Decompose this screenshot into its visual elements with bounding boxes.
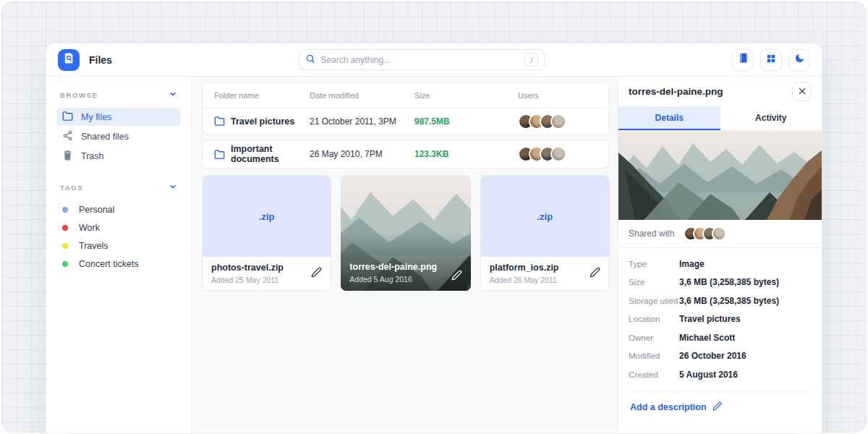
search-shortcut-key: / — [524, 53, 538, 67]
chevron-down-icon[interactable] — [169, 88, 177, 101]
column-header-date-modified: Date modified — [310, 91, 414, 100]
file-details-list: Type Image Size 3,6 MB (3,258,385 bytes)… — [618, 248, 822, 392]
chevron-down-icon[interactable] — [169, 181, 177, 194]
shared-with-avatars[interactable] — [684, 226, 726, 241]
file-name: platform_ios.zip — [490, 263, 590, 273]
table-header-row: Folder name Date modified Size Users — [203, 83, 609, 107]
tab-activity[interactable]: Activity — [720, 106, 822, 130]
date-modified: 26 May 2010, 7PM — [310, 149, 414, 159]
pencil-icon[interactable] — [590, 267, 600, 281]
detail-row-owner: Owner Michael Scott — [629, 328, 812, 347]
sidebar-item-shared-files[interactable]: Shared files — [56, 127, 181, 145]
folder-size: 123.3KB — [414, 149, 518, 159]
search-icon — [305, 54, 315, 67]
sidebar-item-my-files[interactable]: My files — [56, 108, 181, 126]
close-icon — [798, 85, 807, 98]
zip-thumbnail: .zip — [203, 176, 331, 257]
browse-section-header[interactable]: BROWSE — [56, 88, 181, 101]
search-input[interactable] — [320, 55, 524, 65]
add-description-label: Add a description — [630, 402, 707, 412]
sidebar-item-label: Trash — [81, 151, 104, 161]
shared-users-avatars — [518, 114, 597, 129]
tag-item-personal[interactable]: Personal — [56, 200, 181, 218]
shared-with-row: Shared with — [618, 220, 822, 248]
add-description-button[interactable]: Add a description — [618, 392, 822, 422]
tag-label: Concert tickets — [79, 259, 139, 269]
column-header-size: Size — [414, 91, 518, 100]
shared-users-avatars — [518, 146, 597, 162]
panel-title: torres-del-paine.png — [629, 86, 723, 97]
panel-tabs: Details Activity — [618, 106, 822, 130]
detail-row-created: Created 5 August 2016 — [629, 365, 812, 384]
grid-icon — [766, 54, 776, 67]
zip-thumbnail: .zip — [481, 176, 609, 257]
sidebar-item-trash[interactable]: Trash — [56, 147, 181, 165]
search-bar[interactable]: / — [299, 49, 545, 70]
file-card-platform-ios-zip[interactable]: .zip platform_ios.zip Added 26 May 2011 — [480, 175, 610, 291]
tag-item-travels[interactable]: Travels — [56, 237, 181, 255]
pencil-icon[interactable] — [311, 267, 322, 281]
detail-row-modified: Modified 26 October 2016 — [629, 347, 812, 366]
file-preview-image — [618, 130, 822, 220]
detail-row-location: Location Travel pictures — [629, 310, 812, 329]
folder-icon — [214, 116, 225, 127]
folders-table: Folder name Date modified Size Users Tra… — [202, 82, 610, 135]
avatar — [550, 146, 566, 162]
detail-row-storage-used: Storage used 3,6 MB (3,258,385 bytes) — [629, 292, 812, 310]
share-icon — [62, 130, 73, 143]
sidebar-item-label: Shared files — [81, 132, 129, 142]
app-logo — [58, 49, 80, 71]
tag-label: Work — [79, 223, 100, 233]
files-app-window: Files / — [46, 43, 822, 433]
detail-row-type: Type Image — [629, 255, 812, 273]
grid-view-button[interactable] — [760, 49, 782, 71]
zip-badge: .zip — [537, 211, 553, 222]
file-cards-row: .zip photos-travel.zip Added 25 May 2011 — [202, 175, 610, 291]
file-card-torres-del-paine-png[interactable]: torres-del-paine.png Added 5 Aug 2016 — [341, 175, 470, 291]
tag-item-concert-tickets[interactable]: Concert tickets — [56, 255, 181, 273]
library-button[interactable] — [732, 49, 754, 71]
date-modified: 21 October 2011, 3PM — [310, 116, 414, 127]
book-icon — [738, 53, 749, 67]
file-card-photos-travel-zip[interactable]: .zip photos-travel.zip Added 25 May 2011 — [202, 175, 331, 291]
folder-size: 987.5MB — [414, 116, 518, 127]
tag-label: Travels — [79, 241, 109, 251]
tag-color-dot — [62, 261, 68, 267]
file-name: torres-del-paine.png — [349, 262, 451, 272]
tag-color-dot — [62, 225, 68, 231]
tags-section-label: TAGS — [60, 184, 83, 192]
folders-table-row-card: Important documents 26 May 2010, 7PM 123… — [202, 140, 610, 169]
app-header: Files / — [46, 43, 822, 77]
file-added-date: Added 25 May 2011 — [211, 276, 311, 284]
file-added-date: Added 5 Aug 2016 — [349, 275, 451, 284]
sidebar: BROWSE My files Shared files — [46, 77, 192, 433]
column-header-folder-name: Folder name — [214, 91, 310, 100]
table-row-travel-pictures[interactable]: Travel pictures 21 October 2011, 3PM 987… — [203, 107, 609, 135]
tab-details[interactable]: Details — [618, 106, 720, 130]
main-content: Folder name Date modified Size Users Tra… — [192, 77, 618, 433]
avatar — [550, 114, 566, 129]
app-title: Files — [89, 54, 112, 66]
zip-badge: .zip — [259, 211, 275, 222]
close-panel-button[interactable] — [792, 82, 812, 101]
tag-item-work[interactable]: Work — [56, 218, 181, 237]
pencil-icon[interactable] — [451, 270, 462, 284]
avatar — [712, 226, 726, 241]
shared-with-label: Shared with — [629, 229, 674, 239]
browse-section-label: BROWSE — [60, 91, 98, 99]
sidebar-item-label: My files — [81, 112, 111, 122]
header-center: / — [112, 49, 732, 70]
details-panel: torres-del-paine.png Details Activity Sh… — [618, 77, 822, 433]
moon-icon — [794, 53, 805, 67]
column-header-users: Users — [518, 91, 597, 100]
pencil-icon — [712, 401, 722, 413]
tag-color-dot — [62, 207, 68, 213]
table-row-important-documents[interactable]: Important documents 26 May 2010, 7PM 123… — [203, 140, 609, 168]
trash-icon — [62, 150, 73, 163]
folder-name: Travel pictures — [231, 116, 294, 127]
dark-mode-button[interactable] — [788, 49, 810, 71]
folder-icon — [62, 111, 73, 124]
file-search-icon — [63, 52, 75, 67]
tag-label: Personal — [79, 205, 114, 215]
tags-section-header[interactable]: TAGS — [56, 181, 181, 194]
